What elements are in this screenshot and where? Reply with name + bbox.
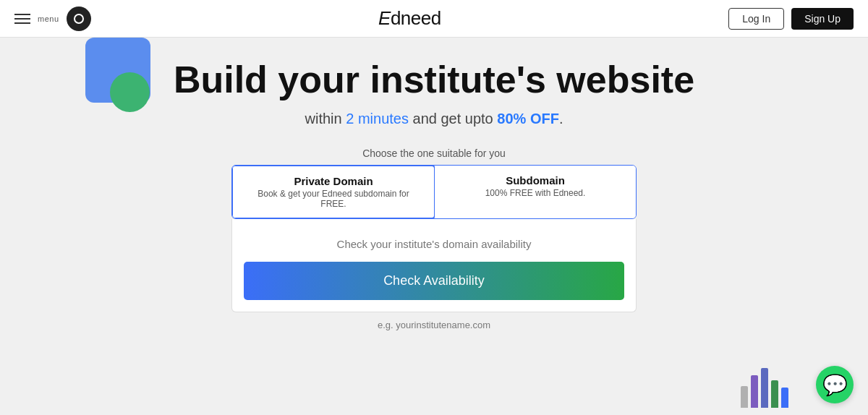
signup-button[interactable]: Sign Up bbox=[791, 8, 854, 30]
hero-subtitle: within 2 minutes and get upto 80% OFF. bbox=[305, 111, 563, 127]
subtitle-suffix: . bbox=[559, 111, 563, 127]
chart-bar-3 bbox=[761, 368, 768, 408]
chart-bar-5 bbox=[781, 388, 788, 408]
logo-rest: dneed bbox=[391, 7, 441, 29]
deco-shapes bbox=[0, 38, 145, 132]
tab-private-desc: Book & get your Edneed subdomain for FRE… bbox=[244, 189, 422, 209]
chart-bar-1 bbox=[741, 386, 748, 408]
deco-green-shape bbox=[110, 72, 150, 112]
tab-subdomain-title: Subdomain bbox=[446, 174, 624, 187]
chart-bar-4 bbox=[771, 380, 778, 408]
menu-label: menu bbox=[38, 14, 59, 23]
tab-private-title: Private Domain bbox=[244, 175, 422, 187]
chart-bar-2 bbox=[751, 375, 758, 408]
subtitle-prefix: within bbox=[305, 111, 346, 127]
tab-subdomain-desc: 100% FREE with Edneed. bbox=[446, 188, 624, 198]
whatsapp-button[interactable]: 💬 bbox=[816, 366, 854, 403]
check-availability-button[interactable]: Check Availability bbox=[244, 262, 624, 300]
logo-e: E bbox=[378, 7, 391, 29]
hero-section: Build your institute's website within 2 … bbox=[0, 38, 868, 415]
header: menu Edneed Log In Sign Up bbox=[0, 0, 868, 38]
choose-label: Choose the one suitable for you bbox=[362, 147, 506, 159]
tab-subdomain[interactable]: Subdomain 100% FREE with Edneed. bbox=[435, 166, 636, 218]
menu-button[interactable] bbox=[14, 14, 30, 24]
domain-form: Check Availability bbox=[231, 219, 637, 312]
logo-circle-inner bbox=[74, 14, 84, 24]
domain-tabs: Private Domain Book & get your Edneed su… bbox=[231, 165, 637, 219]
tab-private-domain[interactable]: Private Domain Book & get your Edneed su… bbox=[231, 165, 435, 219]
header-right: Log In Sign Up bbox=[728, 8, 854, 30]
login-button[interactable]: Log In bbox=[728, 8, 784, 30]
subtitle-discount: 80% OFF bbox=[497, 111, 559, 127]
whatsapp-icon: 💬 bbox=[822, 373, 848, 397]
chart-bars bbox=[741, 364, 788, 408]
domain-input[interactable] bbox=[244, 231, 624, 257]
site-logo-text: Edneed bbox=[378, 7, 441, 30]
example-text: e.g. yourinstitutename.com bbox=[378, 320, 490, 330]
hero-title: Build your institute's website bbox=[174, 59, 694, 100]
subtitle-minutes: 2 minutes bbox=[346, 111, 409, 127]
header-left: menu bbox=[14, 7, 91, 31]
subtitle-middle: and get upto bbox=[409, 111, 497, 127]
deco-chart bbox=[741, 364, 788, 408]
logo-circle bbox=[67, 7, 91, 31]
